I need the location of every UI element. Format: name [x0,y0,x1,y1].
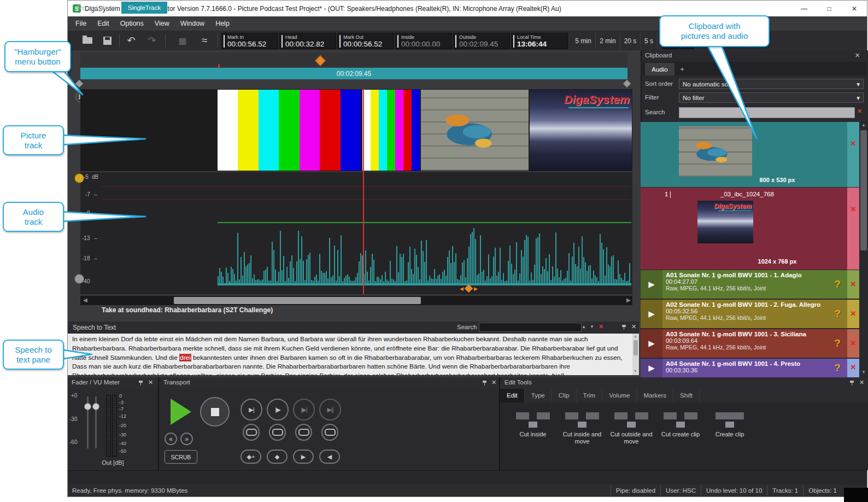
play-to-markout-button[interactable]: ▶| [241,399,262,421]
close-button[interactable]: ✕ [842,1,867,16]
tab-record-mode[interactable]: Record Mode [72,2,120,14]
picture-clip-colorbars-2[interactable] [362,90,420,171]
tab-singletrack[interactable]: SingleTrack [121,2,167,14]
search-next-button[interactable]: ▼ [590,324,594,329]
minimize-button[interactable]: — [791,1,817,16]
waveform[interactable] [218,224,631,284]
scrollbar-thumb[interactable] [634,340,638,355]
search-clear-button[interactable]: ✕ [599,323,603,330]
clipboard-audio-item[interactable]: ▶ A02 Sonate Nr. 1 g-moll BWV 1001 - 2. … [641,300,859,328]
fader-close-button[interactable]: ✕ [148,379,153,386]
remove-button[interactable]: ✕ [847,300,859,328]
save-button[interactable] [99,33,115,48]
speech-scrollbar[interactable]: ▲ ▼ [632,334,639,375]
play-button[interactable]: ▶ [641,359,662,377]
tab-add[interactable]: + [676,63,689,75]
remove-button[interactable]: ✕ [847,329,859,358]
question-button[interactable]: ? [828,300,847,328]
marker-remove-button[interactable]: ◆ [267,450,288,464]
loop-button-1[interactable] [243,424,260,441]
scroll-left-button[interactable]: ◀ [83,297,87,303]
export-image-button[interactable]: ▦ [175,33,190,48]
time-field-outside[interactable]: Outside 00:02:09.45 [453,33,510,49]
speech-text-pane[interactable]: In einem kleinen Dorf da lebte einst ein… [68,334,639,375]
scrub-button[interactable]: SCRUB [165,450,197,464]
maximize-button[interactable]: □ [817,1,842,16]
fader-pin-button[interactable] [138,380,144,386]
play-button[interactable]: ▶ [641,329,662,358]
zoom-2min-button[interactable]: 2 min [596,33,620,49]
time-field-mark-out[interactable]: Mark Out 00:00:56.52 [337,33,394,49]
waveform-tool-button[interactable]: ≈ [197,33,212,48]
play-button[interactable]: ▶ [641,270,662,299]
gain-knob-bottom[interactable] [74,274,84,284]
scroll-up-button[interactable]: ▲ [634,334,637,338]
tab-markers[interactable]: Markers [637,389,674,402]
marker-add-button[interactable]: ◆+ [241,450,261,464]
timeline-ruler[interactable] [80,52,627,67]
menu-item-file[interactable]: File [70,16,92,31]
clipboard-audio-item[interactable]: ▶ A03 Sonate Nr. 1 g-moll BWV 1001 - 3. … [641,329,859,358]
picture-clip-digasystem-image[interactable]: DigaSystem [530,90,632,171]
stop-button[interactable] [200,397,230,427]
create-clip-button[interactable]: Create clip [707,407,753,462]
zoom-5s-button[interactable]: 5 s [641,33,658,49]
time-field-local-time[interactable]: Local Time 13:06:44 [511,33,568,49]
clipboard-audio-item[interactable]: ▶ A01 Sonate Nr. 1 g-moll BWV 1001 - 1. … [641,270,859,299]
thumbnail-digasystem[interactable]: DigaSystem [697,201,753,243]
cut-inside-move-button[interactable]: Cut inside and move [559,407,605,462]
open-button[interactable] [80,33,95,48]
play-from-markin-button[interactable]: |▶ [267,399,289,421]
menu-item-help[interactable]: Help [210,16,235,31]
fader-handle-left[interactable] [84,403,91,410]
transport-pin-button[interactable] [482,380,488,386]
zoom-20s-button[interactable]: 20 s [620,33,641,49]
scroll-down-button[interactable]: ▼ [634,369,637,373]
scrollbar-thumb[interactable] [860,130,867,250]
time-field-mark-in[interactable]: Mark In 00:00:56.52 [221,33,278,49]
play-button[interactable]: ▶ [641,300,662,328]
zoom-5min-button[interactable]: 5 min [571,33,596,49]
tab-clip[interactable]: Clip [552,389,577,402]
timeline-progress-bar[interactable]: 00:02:09.45 [80,68,627,79]
scroll-right-button[interactable]: ▶ [626,297,631,303]
scroll-down-button[interactable]: ▼ [861,370,866,375]
scrollbar-thumb[interactable] [174,297,421,304]
scroll-up-button[interactable]: ▲ [861,122,866,127]
remove-button[interactable]: ✕ [847,122,859,187]
speech-search-input[interactable] [479,323,582,332]
volume-envelope-line[interactable] [218,222,631,223]
question-button[interactable]: ? [828,329,847,358]
tab-shift[interactable]: Shift [673,389,700,402]
remove-button[interactable]: ✕ [847,270,859,299]
playhead[interactable] [363,89,364,294]
rewind-button[interactable]: « [165,433,177,445]
tab-volume[interactable]: Volume [602,389,637,402]
clipboard-picture-item[interactable]: 800 x 530 px ✕ [641,122,859,187]
edit-tools-close-button[interactable]: ✕ [859,379,864,386]
loop-button-2[interactable] [269,424,286,441]
undo-button[interactable]: ↶ [124,33,139,48]
clipboard-picture-item[interactable]: 1 _03_ibc_1024_768 DigaSystem 1024 x 768… [641,188,859,270]
edit-tools-pin-button[interactable] [849,380,855,386]
play-outside-button[interactable]: ▶|| [319,399,341,421]
remove-button[interactable]: ✕ [847,359,859,377]
sort-order-select[interactable]: No automatic sort ▾ [679,79,864,89]
play-inside-button[interactable]: |▶| [293,399,315,421]
cut-create-clip-button[interactable]: Cut create clip [658,407,703,462]
clipboard-search-input[interactable] [679,107,855,118]
tab-edit[interactable]: Edit [500,389,525,402]
tab-audio[interactable]: Audio [645,63,675,75]
speech-close-button[interactable]: ✕ [631,323,636,330]
picture-clip-lizard-image[interactable] [421,90,529,171]
thumbnail-lizard[interactable] [679,126,752,177]
cut-inside-button[interactable]: Cut inside [510,407,556,462]
tab-trim[interactable]: Trim [577,389,603,402]
speech-pin-button[interactable] [621,324,627,330]
forward-button[interactable]: » [180,433,193,445]
search-prev-button[interactable]: ▲ [582,324,586,329]
clipboard-search-clear[interactable]: ✕ [857,108,862,115]
filter-select[interactable]: No filter ▾ [679,92,864,103]
play-button[interactable] [171,399,191,425]
time-field-head[interactable]: Head 00:00:32.82 [279,33,336,49]
